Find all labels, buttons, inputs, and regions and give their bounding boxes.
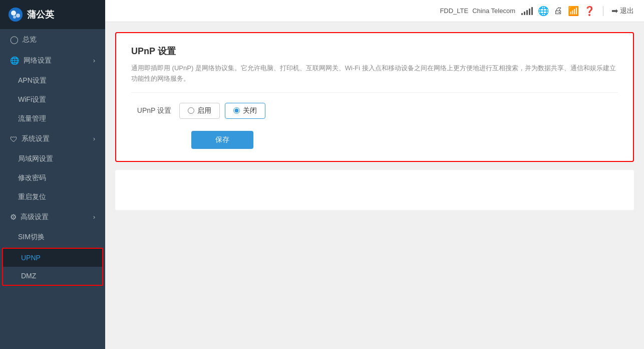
sidebar-label-dmz: DMZ xyxy=(21,272,36,280)
highlighted-nav-group: UPNP DMZ xyxy=(2,248,103,286)
help-icon[interactable]: ❓ xyxy=(584,6,595,17)
signal-icon xyxy=(521,7,533,15)
sidebar-item-upnp[interactable]: UPNP xyxy=(3,249,102,267)
save-row: 保存 xyxy=(131,131,618,149)
sidebar-item-apn[interactable]: APN设置 xyxy=(0,71,105,90)
user-icon: ◯ xyxy=(10,35,19,44)
save-button[interactable]: 保存 xyxy=(191,131,253,149)
svg-point-3 xyxy=(13,16,16,19)
chevron-right-icon3: › xyxy=(93,214,95,221)
sidebar-label-lan: 局域网设置 xyxy=(18,154,53,163)
globe-icon: 🌐 xyxy=(10,56,20,65)
logout-icon: ➡ xyxy=(611,6,618,16)
sim-icon: 🖨 xyxy=(554,6,563,16)
wifi-icon: 📶 xyxy=(568,6,579,17)
radio-disable-label: 关闭 xyxy=(243,106,257,115)
header-divider xyxy=(603,6,603,16)
network-type-label: FDD_LTE xyxy=(440,7,468,15)
main-area: FDD_LTE China Telecom 🌐 🖨 📶 ❓ ➡ 退出 xyxy=(105,0,644,349)
content-area: UPnP 设置 通用即插即用 (UPnP) 是网络协议集。它允许电脑、打印机、互… xyxy=(105,22,644,349)
sidebar-label-network: 网络设置 xyxy=(24,56,52,65)
card-title: UPnP 设置 xyxy=(131,45,618,57)
logout-label: 退出 xyxy=(620,7,634,16)
carrier-label: China Telecom xyxy=(472,7,515,15)
app-name: 蒲公英 xyxy=(27,9,54,21)
sidebar-label-system: 系统设置 xyxy=(22,134,50,143)
globe-network-icon: 🌐 xyxy=(538,6,549,17)
sidebar-item-system[interactable]: 🛡 系统设置 › xyxy=(0,128,105,149)
upnp-radio-group: 启用 关闭 xyxy=(179,103,265,119)
sidebar-label-advanced: 高级设置 xyxy=(21,213,49,222)
gear-icon: ⚙ xyxy=(10,213,17,222)
logo-icon xyxy=(8,7,23,22)
sidebar-item-traffic[interactable]: 流量管理 xyxy=(0,109,105,128)
sidebar-label-passwd: 修改密码 xyxy=(18,173,46,183)
upnp-form-row: UPnP 设置 启用 关闭 xyxy=(131,103,618,119)
network-info: FDD_LTE China Telecom xyxy=(440,7,515,15)
sidebar-item-reset[interactable]: 重启复位 xyxy=(0,188,105,207)
radio-enable[interactable]: 启用 xyxy=(179,103,220,119)
radio-enable-label: 启用 xyxy=(197,106,211,115)
header-icons: 🌐 🖨 📶 ❓ xyxy=(521,6,595,17)
sidebar-item-wifi[interactable]: WiFi设置 xyxy=(0,90,105,109)
sidebar-item-lan[interactable]: 局域网设置 xyxy=(0,149,105,168)
header: FDD_LTE China Telecom 🌐 🖨 📶 ❓ ➡ 退出 xyxy=(105,0,644,22)
sidebar-item-overview[interactable]: ◯ 总览 xyxy=(0,29,105,50)
sidebar-label-overview: 总览 xyxy=(23,35,37,44)
sidebar-label-traffic: 流量管理 xyxy=(18,114,46,123)
logo-area: 蒲公英 xyxy=(0,0,105,29)
radio-enable-input[interactable] xyxy=(188,107,194,114)
upnp-form-label: UPnP 设置 xyxy=(131,106,171,115)
sidebar-label-reset: 重启复位 xyxy=(18,193,46,202)
sidebar-label-wifi: WiFi设置 xyxy=(18,95,46,104)
upnp-card: UPnP 设置 通用即插即用 (UPnP) 是网络协议集。它允许电脑、打印机、互… xyxy=(115,32,634,162)
sidebar-item-advanced[interactable]: ⚙ 高级设置 › xyxy=(0,207,105,228)
sidebar-item-sim[interactable]: SIM切换 xyxy=(0,228,105,247)
sidebar-item-passwd[interactable]: 修改密码 xyxy=(0,168,105,188)
sidebar-label-sim: SIM切换 xyxy=(18,233,45,242)
logout-button[interactable]: ➡ 退出 xyxy=(611,6,634,16)
sidebar-label-apn: APN设置 xyxy=(18,76,47,85)
card-description: 通用即插即用 (UPnP) 是网络协议集。它允许电脑、打印机、互联网网关、Wi-… xyxy=(131,63,618,93)
sidebar-nav: ◯ 总览 🌐 网络设置 › APN设置 WiFi设置 流量管理 🛡 系统设置 ›… xyxy=(0,29,105,349)
sidebar-item-dmz[interactable]: DMZ xyxy=(3,267,102,285)
chevron-right-icon: › xyxy=(93,57,95,64)
sidebar-label-upnp: UPNP xyxy=(21,254,41,262)
radio-disable-input[interactable] xyxy=(233,107,240,114)
chevron-right-icon2: › xyxy=(93,135,95,142)
svg-point-2 xyxy=(16,14,20,18)
sidebar-item-network[interactable]: 🌐 网络设置 › xyxy=(0,50,105,71)
svg-point-1 xyxy=(11,11,16,16)
empty-card xyxy=(115,170,634,210)
radio-disable[interactable]: 关闭 xyxy=(225,103,265,119)
shield-icon: 🛡 xyxy=(10,135,18,143)
sidebar: 蒲公英 ◯ 总览 🌐 网络设置 › APN设置 WiFi设置 流量管理 🛡 系统… xyxy=(0,0,105,349)
